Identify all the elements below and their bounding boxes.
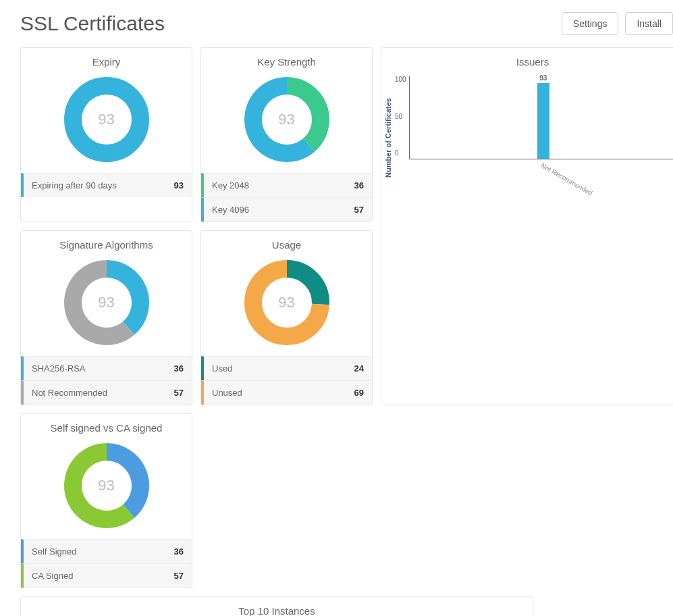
card-title: Issuers	[381, 48, 673, 72]
legend-row[interactable]: Unused69	[201, 380, 372, 405]
card-issuers: Issuers Number of Certificates 100500 93…	[381, 47, 673, 405]
bar-chart-issuers[interactable]: Number of Certificates 100500 93Not Reco…	[381, 72, 673, 200]
y-ticks: 100500	[392, 76, 409, 157]
legend-label: SHA256-RSA	[32, 363, 85, 374]
legend-value: 57	[174, 388, 184, 398]
donut-chart-expiry[interactable]: 93	[21, 72, 192, 173]
y-axis-label: Number of Certificates	[384, 76, 392, 200]
donut-total: 93	[243, 76, 331, 163]
legend-label: Key 4096	[212, 205, 249, 215]
legend-row[interactable]: Key 204836	[201, 173, 372, 197]
legend-value: 69	[354, 388, 364, 398]
card-top10: Top 10 Instances Number of Certificates …	[20, 596, 533, 616]
legend-value: 57	[174, 571, 184, 581]
donut-chart-keystrength[interactable]: 93	[201, 72, 372, 173]
card-title: Key Strength	[201, 48, 372, 72]
page-header: SSL Certificates Settings Install	[20, 0, 673, 47]
legend-row[interactable]: Expiring after 90 days93	[21, 173, 192, 197]
donut-total: 93	[243, 259, 331, 346]
dashboard-grid: Expiry 93 Expiring after 90 days93 Key S…	[20, 47, 673, 616]
card-usage: Usage 93 Used24Unused69	[200, 230, 373, 405]
legend-value: 24	[354, 363, 364, 374]
y-tick: 50	[395, 113, 406, 120]
legend-row[interactable]: Not Recommended57	[21, 380, 192, 405]
card-expiry: Expiry 93 Expiring after 90 days93	[20, 47, 192, 222]
legend-row[interactable]: Self Signed36	[21, 539, 192, 563]
y-tick: 100	[395, 76, 406, 83]
legend-value: 57	[354, 205, 364, 215]
card-title: Expiry	[21, 48, 192, 72]
legend-value: 93	[174, 180, 184, 190]
legend-label: Not Recommended	[32, 388, 107, 398]
legend-row[interactable]: SHA256-RSA36	[21, 356, 192, 380]
bar-value-label: 93	[539, 74, 547, 82]
donut-total: 93	[63, 259, 151, 346]
legend-value: 36	[174, 363, 184, 374]
donut-chart-sigalg[interactable]: 93	[21, 255, 192, 356]
card-title: Usage	[201, 231, 372, 255]
legend-label: Used	[212, 363, 232, 374]
plot-area: 93Not Recommended	[409, 76, 673, 159]
card-title: Top 10 Instances	[21, 597, 533, 616]
legend-value: 36	[174, 546, 184, 557]
y-tick: 0	[395, 149, 406, 157]
donut-total: 93	[63, 76, 151, 163]
card-title: Self signed vs CA signed	[21, 414, 192, 438]
legend-label: Key 2048	[212, 180, 249, 190]
legend-value: 36	[354, 180, 364, 190]
install-button[interactable]: Install	[625, 12, 673, 35]
page-title: SSL Certificates	[20, 12, 165, 35]
legend-label: Expiring after 90 days	[32, 180, 117, 190]
donut-chart-usage[interactable]: 93	[201, 255, 372, 356]
donut-total: 93	[63, 442, 151, 530]
legend-row[interactable]: Used24	[201, 356, 372, 380]
legend-row[interactable]: CA Signed57	[21, 563, 192, 588]
legend-row[interactable]: Key 409657	[201, 197, 372, 222]
card-keystrength: Key Strength 93 Key 204836Key 409657	[200, 47, 373, 222]
bar[interactable]	[537, 83, 549, 159]
card-signed: Self signed vs CA signed 93 Self Signed3…	[20, 413, 192, 588]
settings-button[interactable]: Settings	[562, 12, 619, 35]
legend-label: Unused	[212, 388, 242, 398]
bar-col[interactable]: 93Not Recommended	[410, 74, 673, 159]
legend-label: CA Signed	[32, 571, 73, 581]
card-title: Signature Algorithms	[21, 231, 192, 255]
legend-label: Self Signed	[32, 546, 77, 557]
header-actions: Settings Install	[562, 12, 673, 35]
donut-chart-signed[interactable]: 93	[21, 438, 192, 539]
card-sigalg: Signature Algorithms 93 SHA256-RSA36Not …	[20, 230, 192, 405]
